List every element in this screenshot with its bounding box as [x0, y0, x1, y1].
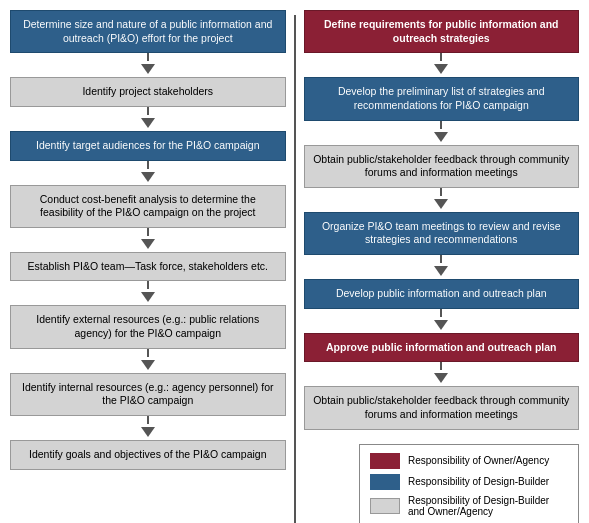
left-box-7: Identify internal resources (e.g.: agenc… [10, 373, 286, 416]
arrow-down [434, 199, 448, 209]
arrow-stem [440, 362, 442, 370]
left-box-1: Determine size and nature of a public in… [10, 10, 286, 53]
right-box-1: Define requirements for public informati… [304, 10, 580, 53]
legend-label-2: Responsibility of Design-Builder [408, 476, 549, 487]
arrow-down [434, 373, 448, 383]
right-column: Define requirements for public informati… [304, 10, 580, 523]
arrow-down [141, 172, 155, 182]
arrow-stem [147, 349, 149, 357]
arrow-stem [147, 281, 149, 289]
legend-label-1: Responsibility of Owner/Agency [408, 455, 549, 466]
right-box-5: Develop public information and outreach … [304, 279, 580, 309]
arrow-down [434, 266, 448, 276]
arrow-stem [440, 255, 442, 263]
arrow-stem [440, 309, 442, 317]
right-box-3: Obtain public/stakeholder feedback throu… [304, 145, 580, 188]
left-box-8: Identify goals and objectives of the PI&… [10, 440, 286, 470]
legend-item-3: Responsibility of Design-Builder and Own… [370, 495, 568, 517]
arrow-down [141, 64, 155, 74]
arrow-down [141, 360, 155, 370]
right-box-2: Develop the preliminary list of strategi… [304, 77, 580, 120]
arrow-stem [440, 188, 442, 196]
center-divider [294, 15, 296, 523]
arrow-stem [147, 228, 149, 236]
left-box-4: Conduct cost-benefit analysis to determi… [10, 185, 286, 228]
right-box-7: Obtain public/stakeholder feedback throu… [304, 386, 580, 429]
arrow-stem [147, 107, 149, 115]
right-box-6: Approve public information and outreach … [304, 333, 580, 363]
arrow-stem [147, 416, 149, 424]
arrow-down [141, 118, 155, 128]
arrow-stem [147, 53, 149, 61]
arrow-down [141, 292, 155, 302]
arrow-down [141, 427, 155, 437]
arrow-down [141, 239, 155, 249]
legend-item-1: Responsibility of Owner/Agency [370, 453, 568, 469]
left-box-6: Identify external resources (e.g.: publi… [10, 305, 286, 348]
left-box-5: Establish PI&O team—Task force, stakehol… [10, 252, 286, 282]
arrow-stem [440, 53, 442, 61]
left-box-3: Identify target audiences for the PI&O c… [10, 131, 286, 161]
left-column: Determine size and nature of a public in… [10, 10, 286, 523]
legend-color-builder [370, 474, 400, 490]
arrow-stem [440, 121, 442, 129]
legend: Responsibility of Owner/Agency Responsib… [359, 444, 579, 523]
arrow-down [434, 132, 448, 142]
left-box-2: Identify project stakeholders [10, 77, 286, 107]
legend-color-both [370, 498, 400, 514]
right-box-4: Organize PI&O team meetings to review an… [304, 212, 580, 255]
arrow-down [434, 64, 448, 74]
arrow-down [434, 320, 448, 330]
arrow-stem [147, 161, 149, 169]
legend-color-owner [370, 453, 400, 469]
legend-item-2: Responsibility of Design-Builder [370, 474, 568, 490]
legend-label-3: Responsibility of Design-Builder and Own… [408, 495, 568, 517]
